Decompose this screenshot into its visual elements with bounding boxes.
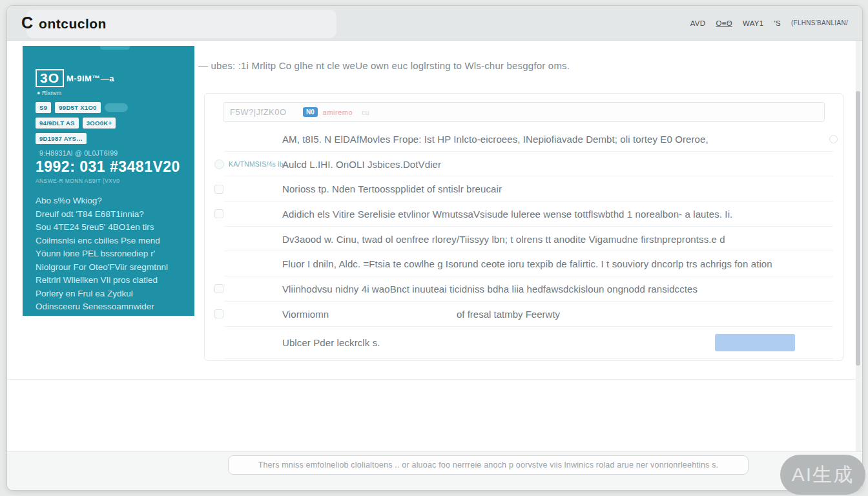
sidebar-links: Abo s%o Wkiog?Dreulf odt 'T84 E68T1innia… — [36, 194, 181, 316]
primary-action-button[interactable] — [715, 334, 795, 351]
list-item[interactable]: AM, t8I5. N ElDAfMovles Frope: Ist HP In… — [205, 127, 843, 152]
row-gutter — [214, 309, 282, 318]
sidebar-logo-text: M-9IM™—a — [67, 74, 114, 83]
titlebar-nav-item[interactable]: (FLHNS'BANLIAN/ — [791, 19, 848, 26]
search-input[interactable] — [230, 107, 298, 117]
list-item[interactable]: Vliinhodvsu nidny 4i waoBnct inuuteai ti… — [205, 276, 843, 302]
sidebar-logo: 3O M-9IM™—a — [36, 69, 181, 87]
list-card: N0 amiremo cu AM, t8I5. N ElDAfMovles Fr… — [204, 93, 843, 361]
search-row: N0 amiremo cu — [205, 94, 843, 127]
row-checkbox[interactable] — [214, 284, 223, 293]
app-title: ontcuclon — [39, 16, 107, 32]
app-window: C ontcuclon AVDO≡ΘWAY1'S(FLHNS'BANLIAN/ … — [6, 5, 863, 491]
sidebar-badge: 3OO0K+ — [83, 118, 116, 129]
sidebar-badge: 94/9DLT AS — [36, 118, 79, 129]
row-text: Viormiomn — [282, 309, 329, 320]
sidebar-link[interactable]: Abo s%o Wkiog? — [36, 194, 181, 208]
sidebar-link[interactable]: Yöunn lone PEL bssronediep r' — [36, 247, 181, 261]
list-item[interactable]: Ublcer Pder leckrclk s. — [205, 327, 843, 359]
content-divider — [7, 379, 862, 380]
sidebar-link[interactable]: Reltrlrl Wllellken VIl pros clatled — [36, 274, 181, 287]
sidebar-caption: 9:H8931Al @ 0L0JT6I99 — [39, 149, 181, 157]
row-checkbox[interactable] — [214, 309, 223, 318]
sidebar-badge: S9 — [36, 102, 51, 113]
row-text: Norioss tp. Nden Tertoosspplidet of snti… — [282, 183, 502, 194]
row-text: AM, t8I5. N ElDAfMovles Frope: Ist HP In… — [282, 134, 708, 145]
titlebar: C ontcuclon AVDO≡ΘWAY1'S(FLHNS'BANLIAN/ — [7, 6, 862, 41]
scrollbar-track[interactable] — [856, 41, 862, 451]
search-filter-tag[interactable]: amiremo — [323, 108, 353, 116]
sidebar-link[interactable]: Porlery en Frul ea Zydkul — [36, 287, 181, 301]
row-gutter — [214, 284, 282, 293]
search-box: N0 amiremo cu — [223, 102, 825, 122]
sidebar-badge: 99D5T X1O0 — [55, 102, 100, 113]
row-status-circle-icon[interactable] — [214, 160, 224, 169]
row-tag-label[interactable]: KA/TNMSIS/4s lb — [229, 160, 284, 168]
titlebar-nav-item[interactable]: AVD — [690, 19, 706, 27]
footer-notice: Thers mniss emfolneliob clolialtoens .. … — [228, 455, 749, 475]
sidebar-subheading: ANSWE-R MONN AS9IT (VXV0 — [36, 178, 181, 184]
page-content: 3O M-9IM™—a ● Rlxnvm S999D5T X1O094/9DLT… — [7, 41, 862, 451]
sidebar-link[interactable]: Coilmsnlsi enc cbilles Pse mend — [36, 234, 181, 248]
app-logo[interactable]: C ontcuclon — [21, 14, 107, 32]
footer-bar: Thers mniss emfolneliob clolialtoens .. … — [7, 451, 862, 490]
logo-c-icon: C — [21, 14, 33, 32]
row-text: Aulcd L.IHI. OnOLI Jsbices.DotVdier — [282, 159, 441, 170]
sidebar-link[interactable]: Sou 4TE24 5reu5' 4BO1en tirs — [36, 221, 181, 234]
sidebar-link[interactable]: Dreulf odt 'T84 E68T1innia? — [36, 208, 181, 222]
sidebar: 3O M-9IM™—a ● Rlxnvm S999D5T X1O094/9DLT… — [23, 46, 194, 316]
list-item[interactable]: Adidich els Vitire Serelisie etvlinor Wm… — [205, 202, 843, 227]
row-gutter — [214, 185, 282, 194]
sidebar-logo-mark: 3O — [36, 69, 64, 87]
intro-text: — ubes: :1i Mrlitp Co glhe nt cle weUe o… — [198, 60, 780, 71]
sidebar-heading: 1992: 031 #3481V20 — [36, 158, 181, 176]
list-item[interactable]: Dv3aood w. Cinu, twad ol oenfree rlorey/… — [205, 227, 843, 252]
row-text: Vliinhodvsu nidny 4i waoBnct inuuteai ti… — [282, 284, 698, 294]
sidebar-badge: 9D1987 AYS… — [36, 133, 87, 144]
row-text-secondary: of fresal tatmby Feerwty — [457, 309, 560, 320]
list-item[interactable]: Viormiomnof fresal tatmby Feerwty — [205, 302, 843, 327]
list-item[interactable]: Norioss tp. Nden Tertoosspplidet of snti… — [205, 176, 843, 202]
titlebar-nav-item[interactable]: 'S — [774, 19, 780, 27]
scrollbar-thumb[interactable] — [856, 91, 860, 366]
row-gutter: KA/TNMSIS/4s lb — [214, 160, 282, 169]
result-list: AM, t8I5. N ElDAfMovles Frope: Ist HP In… — [205, 127, 843, 359]
row-action-circle-icon[interactable] — [829, 135, 838, 143]
ai-generated-watermark: AI生成 — [780, 455, 865, 495]
sidebar-badge-row: 9D1987 AYS… — [36, 133, 181, 144]
search-count-badge: N0 — [303, 107, 318, 117]
sidebar-link[interactable]: Eealion tsogenthec — [36, 314, 181, 316]
row-text: Fluor I dniln, Aldc. =Ftsia te cowlhe g … — [282, 258, 772, 269]
titlebar-nav-item[interactable]: WAY1 — [743, 19, 764, 27]
sidebar-badge-row: S999D5T X1O0 — [36, 102, 181, 113]
row-checkbox[interactable] — [214, 185, 223, 194]
titlebar-nav: AVDO≡ΘWAY1'S(FLHNS'BANLIAN/ — [690, 19, 848, 27]
row-text: Adidich els Vitire Serelisie etvlinor Wm… — [282, 209, 732, 220]
sidebar-badge-pill-icon — [105, 103, 128, 112]
sidebar-badges: S999D5T X1O094/9DLT AS3OO0K+9D1987 AYS… — [36, 102, 181, 144]
row-text: Dv3aood w. Cinu, twad ol oenfree rlorey/… — [282, 234, 725, 245]
list-item[interactable]: KA/TNMSIS/4s lbAulcd L.IHI. OnOLI Jsbice… — [205, 152, 843, 177]
list-item[interactable]: Fluor I dniln, Aldc. =Ftsia te cowlhe g … — [205, 251, 843, 276]
row-gutter — [214, 209, 282, 218]
sidebar-badge-row: 94/9DLT AS3OO0K+ — [36, 118, 181, 129]
row-checkbox[interactable] — [214, 209, 223, 218]
sidebar-link[interactable]: Odinsceeru Senessoamnwider — [36, 300, 181, 314]
sidebar-link[interactable]: Niolgrour For Oteo'FViir sregmtnnl — [36, 261, 181, 274]
row-text: Ublcer Pder leckrclk s. — [282, 337, 380, 348]
search-filter-tag-secondary[interactable]: cu — [362, 108, 369, 116]
titlebar-nav-item[interactable]: O≡Θ — [716, 19, 732, 27]
sidebar-tagline: ● Rlxnvm — [37, 90, 181, 96]
